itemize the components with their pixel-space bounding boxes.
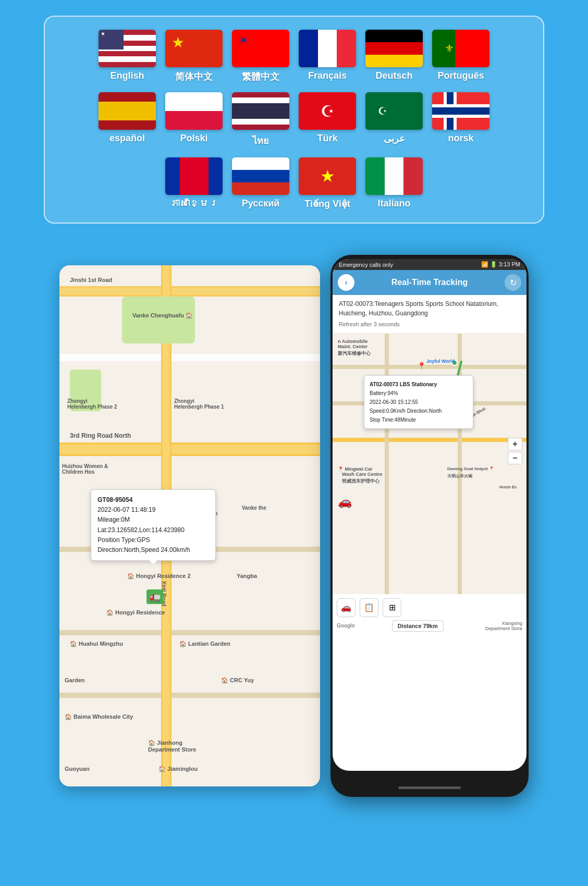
lang-label-tr: Türk	[317, 133, 337, 144]
bottom-icon-bar: 🚗 📋 ⊞	[337, 598, 522, 617]
flag-pt	[432, 30, 489, 67]
zoom-control-group: + −	[508, 438, 522, 464]
status-bar-icons: 📶 🔋 3:13 PM	[481, 261, 520, 268]
phone-popup-speed: Speed:0.0Km/h Direction:North	[370, 407, 468, 415]
area-label-vanke: Vanke Chenghuafu 🏠	[132, 312, 193, 319]
area-label-garden: Garden	[65, 677, 85, 683]
area-label-zhongyi1: ZhongyiHelenbergh Phase 2	[67, 398, 117, 410]
lang-german[interactable]: Deutsch	[365, 30, 423, 83]
zoom-in-button[interactable]: +	[508, 438, 522, 450]
lang-traditional-chinese[interactable]: 繁體中文	[232, 30, 289, 83]
app-title: Real-Time Tracking	[359, 278, 500, 287]
street-map: Jinshi 1st Road Vanke Chenghuafu 🏠 Zhong…	[59, 265, 320, 786]
area-label-yangba: Yangba	[237, 573, 257, 579]
lang-thai[interactable]: ไทย	[232, 92, 289, 148]
flag-sa	[365, 92, 423, 130]
phone-map-background: n Automobile Maint. Center 新汽车维修中心 Joyfu…	[333, 334, 526, 594]
map-section: Jinshi 1st Road Vanke Chenghuafu 🏠 Zhong…	[44, 255, 544, 802]
area-label-hongyi: 🏠 Hongyi Residence	[106, 609, 165, 616]
phone-popup-stop-time: Stop Time:48Minute	[370, 415, 468, 424]
lang-portuguese[interactable]: Português	[432, 30, 489, 83]
phone-popup-battery: Battery:94%	[370, 389, 468, 398]
lang-turkish[interactable]: Türk	[299, 92, 356, 148]
phone-home-bar	[398, 786, 461, 789]
area-label-vanke-the: Vanke the	[242, 505, 266, 511]
lang-label-fr: Français	[308, 70, 347, 81]
area-label-hongyi2: 🏠 Hongyi Residence 2	[127, 573, 191, 580]
area-label-zhongyi2: ZhongyiHelenbergh Phase 1	[174, 398, 224, 410]
lang-label-pt: Português	[437, 70, 484, 81]
phone-map-label-auto: n Automobile	[338, 339, 368, 344]
phone-map-label-wash: Wash Care Centre	[342, 472, 382, 477]
phone-map-label-cn: 新汽车维修中心	[338, 350, 371, 357]
language-panel: English 简体中文 繁體中文 Français Deutsch Portu…	[44, 16, 544, 224]
refresh-button[interactable]: ↻	[505, 274, 521, 291]
phone-map-label-maint: Maint. Center	[338, 344, 368, 349]
lang-label-th: ไทย	[252, 133, 269, 148]
tracker-mileage: Mileage:0M	[97, 515, 209, 525]
flag-it	[365, 157, 423, 195]
lang-vietnamese[interactable]: Tiếng Việt	[299, 157, 356, 210]
status-bar-left: Emergency calls only	[339, 262, 393, 268]
area-label-lantian: 🏠 Lantian Garden	[179, 641, 230, 647]
car-mode-button[interactable]: 🚗	[337, 598, 356, 617]
zoom-out-button[interactable]: −	[508, 452, 522, 464]
lang-english[interactable]: English	[99, 30, 156, 83]
phone-map-car-icon: 🚗	[338, 495, 352, 509]
google-logo: Google	[337, 623, 354, 629]
area-label-baima: 🏠 Baima Wholesale City	[65, 713, 133, 720]
lang-norwegian[interactable]: norsk	[432, 92, 489, 148]
flag-fr	[299, 30, 356, 67]
phone-map-label-huizh: Huizh Ec	[499, 485, 517, 489]
distance-bar: Google Distance 79km Xiangxing Departmen…	[337, 620, 522, 632]
phone-map-label-daming: Daming Goat Hotpot 📍	[447, 466, 494, 471]
back-button[interactable]: ‹	[338, 274, 354, 291]
flag-ru	[232, 157, 289, 195]
lang-label-vn: Tiếng Việt	[304, 198, 350, 210]
map-background: Jinshi 1st Road Vanke Chenghuafu 🏠 Zhong…	[59, 265, 320, 786]
lang-spanish[interactable]: español	[99, 92, 156, 148]
phone-map-label-wash-cn: 明威洗车护理中心	[342, 478, 379, 485]
area-label-huizhou-women: Huizhou Women &Children Hos	[62, 463, 108, 475]
tracker-id: GT08-95054	[97, 495, 209, 505]
lang-italian[interactable]: Italiano	[365, 157, 423, 210]
lang-label-english: English	[110, 70, 144, 81]
info-section: AT02-00073:Teenagers Sports Sports Schoo…	[333, 295, 526, 334]
tracker-datetime: 2022-06-07 11:48:19	[97, 505, 209, 515]
lang-polish[interactable]: Polski	[165, 92, 223, 148]
lang-label-pl: Polski	[180, 133, 207, 144]
tracker-position-type: Position Type:GPS	[97, 535, 209, 545]
area-label-jiaminglou: 🏠 Jiaminglou	[158, 766, 198, 772]
phone-popup-datetime: 2022-06-30 15:12:55	[370, 398, 468, 407]
lang-label-it: Italiano	[377, 198, 410, 209]
lang-khmer[interactable]: ភាសាខ្មែរ	[165, 157, 223, 210]
distance-badge: Distance 79km	[392, 620, 444, 632]
phone-screen: Emergency calls only 📶 🔋 3:13 PM ‹ Real-…	[333, 259, 526, 771]
device-container: Jinshi 1st Road Vanke Chenghuafu 🏠 Zhong…	[59, 255, 529, 802]
phone-bottom-controls: 🚗 📋 ⊞ Google Distance 79km Xiangxing Dep…	[333, 594, 526, 636]
lang-label-kh: ភាសាខ្មែរ	[170, 198, 218, 209]
lang-label-sa: عربى	[384, 133, 405, 144]
flag-us	[99, 30, 156, 67]
refresh-text: Refresh after 3 seconds	[339, 320, 520, 329]
xiangxing-label: Xiangxing Department Store	[481, 621, 522, 631]
lang-simplified-chinese[interactable]: 简体中文	[165, 30, 223, 83]
lang-arabic[interactable]: عربى	[365, 92, 423, 148]
grid-button[interactable]: ⊞	[383, 598, 401, 617]
lang-french[interactable]: Français	[299, 30, 356, 83]
area-label-jianhong: 🏠 JianhongDepartment Store	[148, 740, 196, 753]
road-label-jinshi: Jinshi 1st Road	[70, 277, 112, 283]
status-bar: Emergency calls only 📶 🔋 3:13 PM	[333, 259, 526, 270]
flag-th	[232, 92, 289, 130]
tracker-latlon: Lat:23.126582,Lon:114.423980	[97, 525, 209, 535]
copy-button[interactable]: 📋	[360, 598, 378, 617]
lang-russian[interactable]: Русский	[232, 157, 289, 210]
flag-tr	[299, 92, 356, 130]
language-row-2: español Polski ไทย Türk عربى norsk	[60, 92, 528, 148]
road-label-3rd-ring: 3rd Ring Road North	[70, 432, 131, 439]
flag-no	[432, 92, 489, 130]
lang-label-ru: Русский	[242, 198, 280, 209]
area-label-huahui: 🏠 Huahui Mingzhu	[70, 641, 123, 647]
phone-map: n Automobile Maint. Center 新汽车维修中心 Joyfu…	[333, 334, 526, 594]
flag-pl	[165, 92, 223, 130]
